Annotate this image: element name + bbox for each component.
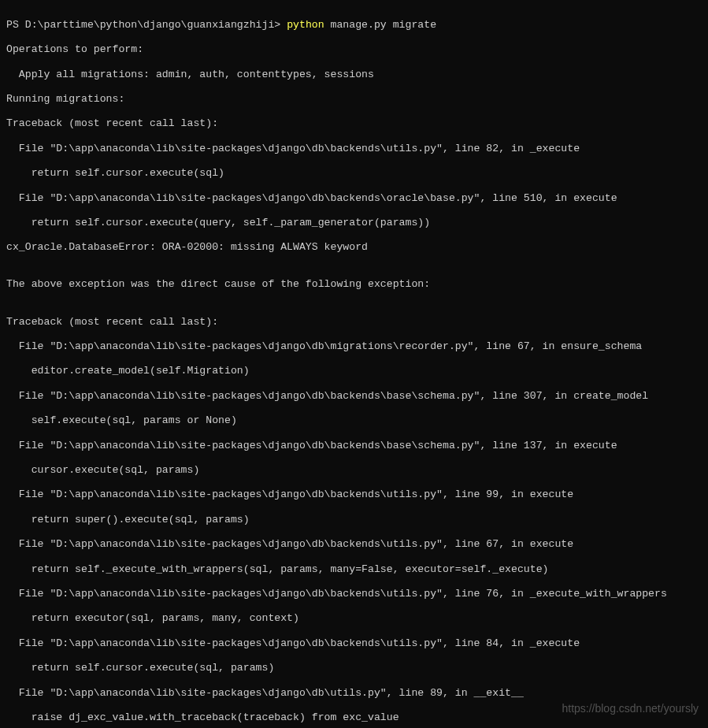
traceback-file: File "D:\app\anaconda\lib\site-packages\… (6, 440, 703, 452)
traceback-file: File "D:\app\anaconda\lib\site-packages\… (6, 143, 703, 155)
output-line: Operations to perform: (6, 43, 703, 56)
ps-prompt: PS D:\parttime\python\django\guanxiangzh… (6, 19, 280, 31)
traceback-file: File "D:\app\anaconda\lib\site-packages\… (6, 192, 703, 205)
traceback-code: return executor(sql, params, many, conte… (6, 612, 703, 625)
traceback-file: File "D:\app\anaconda\lib\site-packages\… (6, 687, 703, 700)
traceback-file: File "D:\app\anaconda\lib\site-packages\… (6, 340, 703, 353)
traceback-file: File "D:\app\anaconda\lib\site-packages\… (6, 538, 703, 551)
traceback-file: File "D:\app\anaconda\lib\site-packages\… (6, 588, 703, 600)
traceback-code: return self.cursor.execute(sql, params) (6, 662, 703, 674)
traceback-header: Traceback (most recent call last): (6, 316, 703, 329)
output-line: Running migrations: (6, 93, 703, 106)
command-python: python (287, 19, 324, 31)
traceback-file: File "D:\app\anaconda\lib\site-packages\… (6, 390, 703, 403)
traceback-code: editor.create_model(self.Migration) (6, 365, 703, 377)
traceback-code: return super().execute(sql, params) (6, 514, 703, 526)
command-args: manage.py migrate (331, 19, 437, 31)
traceback-header: Traceback (most recent call last): (6, 117, 703, 130)
terminal-output[interactable]: PS D:\parttime\python\django\guanxiangzh… (0, 0, 708, 728)
traceback-code: return self.cursor.execute(query, self._… (6, 217, 703, 229)
traceback-code: cursor.execute(sql, params) (6, 464, 703, 477)
chain-msg: The above exception was the direct cause… (6, 278, 703, 291)
prompt-line: PS D:\parttime\python\django\guanxiangzh… (6, 19, 703, 32)
traceback-code: raise dj_exc_value.with_traceback(traceb… (6, 711, 703, 724)
traceback-code: self.execute(sql, params or None) (6, 414, 703, 427)
error-line: cx_Oracle.DatabaseError: ORA-02000: miss… (6, 241, 703, 254)
traceback-file: File "D:\app\anaconda\lib\site-packages\… (6, 637, 703, 650)
traceback-code: return self.cursor.execute(sql) (6, 167, 703, 180)
output-line: Apply all migrations: admin, auth, conte… (6, 69, 703, 81)
traceback-file: File "D:\app\anaconda\lib\site-packages\… (6, 488, 703, 501)
traceback-code: return self._execute_with_wrappers(sql, … (6, 563, 703, 576)
